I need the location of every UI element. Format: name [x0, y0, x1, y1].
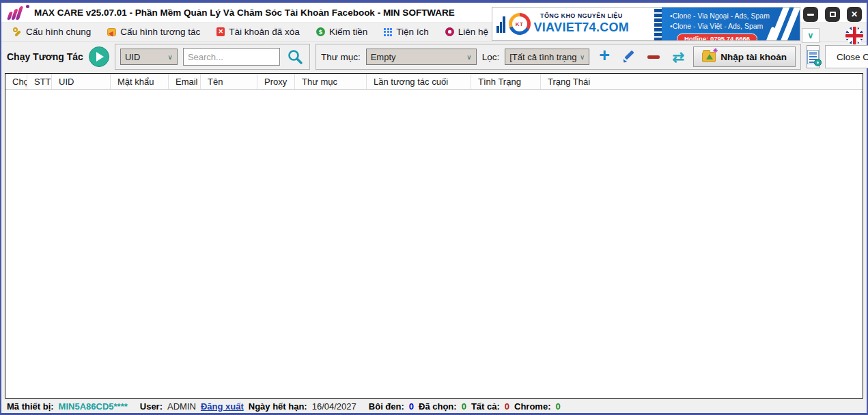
run-interaction-label: Chạy Tương Tác [7, 51, 83, 62]
search-button[interactable] [285, 47, 305, 66]
folder-select-value: Empty [371, 52, 396, 62]
import-accounts-button[interactable]: ✳ Nhập tài khoản [693, 46, 796, 67]
device-id-value: MIN5A86CD5**** [59, 401, 128, 412]
column-header-select[interactable]: Chọn [5, 74, 27, 89]
menu-label: Liên hệ [458, 27, 488, 37]
folder-label: Thư mục: [321, 52, 361, 62]
banner-filmstrip-divider [654, 8, 662, 40]
menu-label: Cấu hình tương tác [120, 27, 200, 37]
interaction-icon [107, 28, 116, 36]
banner-domain: VIAVIET74.COM [534, 20, 630, 36]
search-icon [287, 49, 303, 65]
edit-button[interactable] [619, 47, 639, 66]
import-accounts-label: Nhập tài khoản [720, 52, 787, 62]
chrome-count-value: 0 [555, 401, 560, 412]
menu-label: Tài khoản đã xóa [229, 27, 300, 37]
plus-icon: + [599, 46, 610, 65]
banner-bars-icon [496, 15, 505, 33]
selected-count-value: 0 [462, 401, 466, 412]
column-header-folder[interactable]: Thư mục [295, 74, 367, 89]
run-interaction-play-button[interactable] [89, 46, 109, 67]
language-dropdown-button[interactable]: ∨ [802, 28, 820, 43]
search-input[interactable] [183, 48, 280, 66]
user-label: User: [140, 401, 163, 412]
user-value: ADMIN [167, 401, 196, 412]
chevron-down-icon: ∨ [168, 53, 173, 61]
menu-label: Tiện ích [396, 27, 429, 37]
logout-link[interactable]: Đăng xuất [201, 401, 244, 412]
list-view-button[interactable] [807, 45, 820, 68]
expiry-value: 16/04/2027 [312, 401, 356, 412]
close-icon: ✕ [851, 10, 858, 19]
banner-left-section: KT TỔNG KHO NGUYÊN LIỆU VIAVIET74.COM [492, 8, 654, 40]
refresh-icon: ⇄ [672, 50, 684, 64]
menu-item-interaction-config[interactable]: Cấu hình tương tác [100, 25, 207, 39]
minimize-icon [807, 14, 814, 16]
search-type-value: UID [125, 52, 140, 62]
menu-item-utilities[interactable]: Tiện ích [377, 25, 436, 39]
filter-label: Lọc: [482, 52, 500, 62]
menu-label: Kiếm tiền [329, 27, 367, 37]
pencil-icon [623, 51, 635, 63]
close-chromedriver-button[interactable]: Close Chromedriver [825, 45, 868, 68]
menu-item-deleted-accounts[interactable]: ✕ Tài khoản đã xóa [210, 25, 307, 39]
chevron-down-icon: ∨ [580, 53, 585, 61]
menu-label: Cấu hình chung [26, 27, 91, 37]
toolbar: Chạy Tương Tác UID ∨ Thư mục: Empty ∨ Lọ… [1, 42, 867, 72]
utilities-grid-icon [384, 28, 392, 36]
banner-hotline-badge: Hotline: 0795.74.6666 [677, 34, 757, 40]
menu-item-general-config[interactable]: Cấu hình chung [5, 25, 98, 39]
maximize-button[interactable] [825, 7, 840, 22]
column-header-email[interactable]: Email [169, 74, 201, 89]
expiry-label: Ngày hết hạn: [249, 401, 307, 412]
app-logo-icon [8, 5, 29, 20]
menu-item-contact[interactable]: Liên hệ [438, 25, 495, 39]
minus-icon [647, 55, 660, 59]
app-window: MAX CARE v25.07.01 - Phần Mềm Quản Lý Và… [0, 0, 868, 415]
column-header-condition[interactable]: Tình Trạng [471, 74, 541, 89]
close-button[interactable]: ✕ [847, 7, 862, 22]
folder-filter-group: Thư mục: Empty ∨ Lọc: [Tất cả tình trạng… [316, 44, 801, 70]
folder-select[interactable]: Empty ∨ [366, 49, 477, 65]
minimize-button[interactable] [803, 7, 818, 22]
menu-item-earn-money[interactable]: $ Kiếm tiền [309, 25, 374, 39]
chevron-down-icon: ∨ [466, 53, 471, 61]
column-header-uid[interactable]: UID [52, 74, 111, 89]
status-filter-value: [Tất cả tình trạng [509, 52, 576, 62]
highlighted-count-label: Bôi đen: [369, 401, 404, 412]
table-header-row: Chọn STT UID Mật khẩu Email Tên Proxy Th… [5, 74, 863, 90]
advertisement-banner[interactable]: KT TỔNG KHO NGUYÊN LIỆU VIAVIET74.COM •C… [492, 7, 800, 41]
document-eye-icon [807, 50, 819, 64]
status-bar: Mã thiết bị: MIN5A86CD5**** User: ADMIN … [1, 399, 867, 413]
contact-icon [445, 27, 454, 36]
uk-flag-icon[interactable] [845, 27, 863, 44]
chevron-down-icon: ∨ [808, 31, 814, 40]
accounts-table: Chọn STT UID Mật khẩu Email Tên Proxy Th… [5, 73, 863, 399]
banner-tagline: TỔNG KHO NGUYÊN LIỆU [540, 12, 623, 20]
status-filter-select[interactable]: [Tất cả tình trạng ∨ [505, 49, 589, 65]
maximize-icon [830, 12, 836, 17]
device-id-label: Mã thiết bị: [7, 401, 54, 412]
column-header-proxy[interactable]: Proxy [257, 74, 295, 89]
banner-logo-text: KT [512, 16, 527, 31]
column-header-password[interactable]: Mật khẩu [111, 74, 169, 89]
column-header-status[interactable]: Trạng Thái [541, 74, 863, 89]
refresh-button[interactable]: ⇄ [669, 47, 688, 66]
total-count-value: 0 [505, 401, 509, 412]
money-icon: $ [316, 27, 325, 36]
window-controls: ✕ ∨ [802, 6, 863, 44]
column-header-last-interaction[interactable]: Lần tương tác cuối [367, 74, 471, 89]
remove-button[interactable] [644, 47, 663, 66]
wrench-icon [12, 27, 22, 37]
column-header-name[interactable]: Tên [201, 74, 257, 89]
chrome-count-label: Chrome: [514, 401, 550, 412]
banner-right-section: •Clone - Via Ngoại - Ads, Spam •Clone - … [662, 8, 800, 40]
table-body-empty [5, 90, 863, 398]
banner-ring-logo: KT [509, 13, 531, 35]
banner-texts: TỔNG KHO NGUYÊN LIỆU VIAVIET74.COM [534, 12, 630, 36]
highlighted-count-value: 0 [409, 401, 414, 412]
folder-upload-icon: ✳ [702, 52, 716, 62]
column-header-stt[interactable]: STT [27, 74, 52, 89]
add-button[interactable]: + [595, 47, 614, 66]
search-type-select[interactable]: UID ∨ [120, 49, 178, 65]
